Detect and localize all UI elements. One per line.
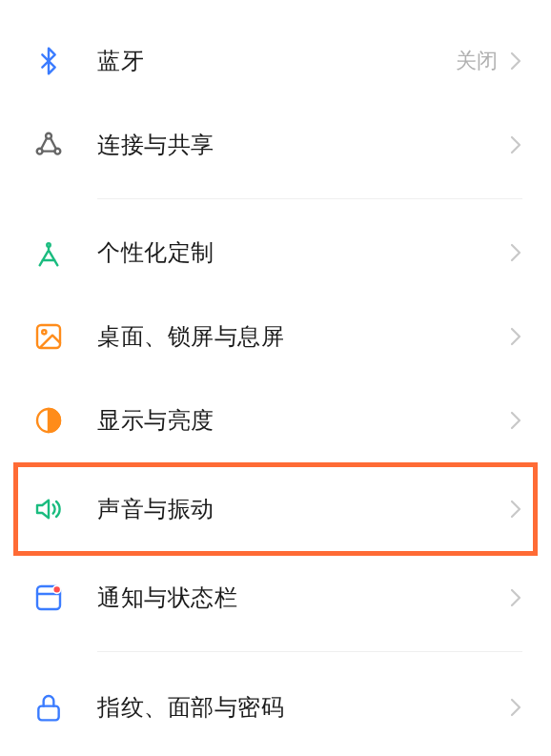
svg-point-5 xyxy=(42,330,46,334)
item-label: 桌面、锁屏与息屏 xyxy=(97,321,509,352)
chevron-right-icon xyxy=(509,241,522,264)
settings-item-notification[interactable]: 通知与状态栏 xyxy=(0,556,551,640)
settings-item-sound[interactable]: 声音与振动 xyxy=(13,462,538,556)
chevron-right-icon xyxy=(509,50,522,72)
divider xyxy=(97,198,522,199)
chevron-right-icon xyxy=(509,586,522,609)
divider xyxy=(97,651,522,652)
chevron-right-icon xyxy=(509,409,522,432)
item-status: 关闭 xyxy=(456,47,498,75)
chevron-right-icon xyxy=(509,696,522,719)
settings-item-wallpaper[interactable]: 桌面、锁屏与息屏 xyxy=(0,295,551,378)
bluetooth-icon xyxy=(29,41,69,81)
item-label: 声音与振动 xyxy=(97,494,509,524)
item-label: 指纹、面部与密码 xyxy=(97,692,509,723)
item-label: 个性化定制 xyxy=(97,237,509,268)
chevron-right-icon xyxy=(509,325,522,348)
item-label: 通知与状态栏 xyxy=(97,582,509,613)
brightness-icon xyxy=(29,400,69,440)
share-icon xyxy=(29,125,69,165)
svg-rect-4 xyxy=(37,325,60,348)
lock-icon xyxy=(29,687,69,727)
wallpaper-icon xyxy=(29,317,69,357)
settings-item-security[interactable]: 指纹、面部与密码 xyxy=(0,665,551,749)
compass-icon xyxy=(29,233,69,273)
settings-item-display[interactable]: 显示与亮度 xyxy=(0,378,551,462)
chevron-right-icon xyxy=(509,133,522,156)
svg-point-8 xyxy=(53,585,61,593)
sound-icon xyxy=(29,489,69,529)
settings-item-share[interactable]: 连接与共享 xyxy=(0,103,551,187)
settings-list: 蓝牙 关闭 连接与共享 个性化定制 xyxy=(0,0,551,749)
notification-icon xyxy=(29,578,69,618)
item-label: 连接与共享 xyxy=(97,130,509,160)
chevron-right-icon xyxy=(509,498,522,521)
settings-item-bluetooth[interactable]: 蓝牙 关闭 xyxy=(0,19,551,103)
item-label: 显示与亮度 xyxy=(97,405,509,436)
svg-rect-9 xyxy=(38,706,58,721)
settings-item-personalization[interactable]: 个性化定制 xyxy=(0,211,551,295)
item-label: 蓝牙 xyxy=(97,46,456,76)
